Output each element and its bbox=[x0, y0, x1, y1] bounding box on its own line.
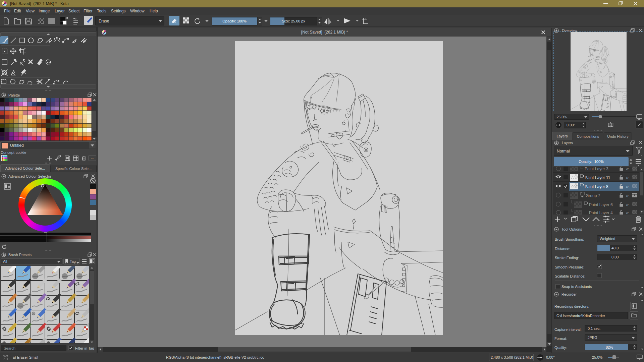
svg-text:Paint Layer 11: Paint Layer 11 bbox=[585, 175, 610, 180]
svg-text:α: α bbox=[626, 202, 629, 207]
svg-text:α: α bbox=[626, 175, 629, 180]
svg-text:α: α bbox=[626, 210, 629, 215]
svg-text:α: α bbox=[626, 184, 629, 189]
svg-text:α: α bbox=[626, 167, 629, 171]
svg-text:Paint Layer 8: Paint Layer 8 bbox=[585, 184, 608, 189]
svg-text:Group 7: Group 7 bbox=[586, 193, 600, 198]
svg-text:Paint Layer 6: Paint Layer 6 bbox=[589, 202, 613, 207]
svg-text:Paint Layer 4: Paint Layer 4 bbox=[589, 210, 613, 215]
svg-text:Paint Layer 3: Paint Layer 3 bbox=[585, 167, 608, 171]
svg-text:α: α bbox=[626, 193, 629, 198]
